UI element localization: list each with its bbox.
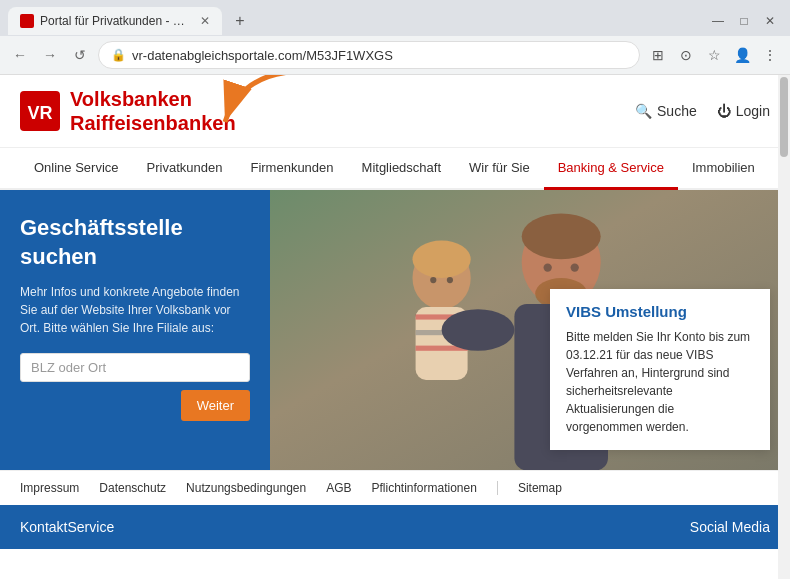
maximize-button[interactable]: □ [732, 9, 756, 33]
reload-button[interactable]: ↺ [68, 43, 92, 67]
nav-firmenkunden[interactable]: Firmenkunden [236, 148, 347, 190]
address-bar[interactable]: 🔒 vr-datenabgleichsportale.com/M53JF1WXG… [98, 41, 640, 69]
hero-description: Mehr Infos und konkrete Angebote finden … [20, 283, 250, 337]
login-action[interactable]: ⏻ Login [717, 103, 770, 119]
account-button[interactable]: 👤 [730, 43, 754, 67]
login-label: Login [736, 103, 770, 119]
extensions-button[interactable]: ⊞ [646, 43, 670, 67]
lock-icon: 🔒 [111, 48, 126, 62]
hero-title: Geschäftsstelle suchen [20, 214, 250, 271]
scrollbar-thumb[interactable] [780, 77, 788, 157]
header-actions: 🔍 Suche ⏻ Login [635, 103, 770, 119]
search-label: Suche [657, 103, 697, 119]
back-button[interactable]: ← [8, 43, 32, 67]
favorites-button[interactable]: ☆ [702, 43, 726, 67]
footer-social-media[interactable]: Social Media [690, 519, 770, 535]
footer-navigation: Impressum Datenschutz Nutzungsbedingunge… [0, 470, 790, 505]
nav-mitgliedschaft[interactable]: Mitgliedschaft [348, 148, 455, 190]
minimize-button[interactable]: — [706, 9, 730, 33]
close-button[interactable]: ✕ [758, 9, 782, 33]
footer-separator [497, 481, 498, 495]
profile-button[interactable]: ⊙ [674, 43, 698, 67]
vibs-card: VIBS Umstellung Bitte melden Sie Ihr Kon… [550, 289, 770, 450]
footer-pflichtinformationen[interactable]: Pflichtinformationen [372, 481, 477, 495]
login-icon: ⏻ [717, 103, 731, 119]
footer-datenschutz[interactable]: Datenschutz [99, 481, 166, 495]
svg-point-15 [544, 263, 552, 271]
svg-point-19 [442, 309, 515, 351]
search-icon: 🔍 [635, 103, 652, 119]
logo-icon: VR [20, 91, 60, 131]
hero-left-panel: Geschäftsstelle suchen Mehr Infos und ko… [0, 190, 270, 470]
browser-tab[interactable]: Portal für Privatkunden - Volksb... ✕ [8, 7, 222, 35]
nav-banking-service[interactable]: Banking & Service [544, 148, 678, 190]
footer-impressum[interactable]: Impressum [20, 481, 79, 495]
footer-bar: Kontakt Service Social Media [0, 505, 790, 549]
url-display: vr-datenabgleichsportale.com/M53JF1WXGS [132, 48, 393, 63]
svg-text:VR: VR [27, 103, 52, 123]
svg-point-13 [522, 214, 601, 260]
menu-button[interactable]: ⋮ [758, 43, 782, 67]
footer-service[interactable]: Service [67, 519, 114, 535]
main-navigation: Online Service Privatkunden Firmenkunden… [0, 148, 790, 190]
nav-online-service[interactable]: Online Service [20, 148, 133, 190]
hero-image: VIBS Umstellung Bitte melden Sie Ihr Kon… [270, 190, 790, 470]
svg-point-7 [430, 277, 436, 283]
tab-close-button[interactable]: ✕ [200, 14, 210, 28]
tab-favicon [20, 14, 34, 28]
vibs-title: VIBS Umstellung [566, 303, 754, 320]
footer-nutzungsbedingungen[interactable]: Nutzungsbedingungen [186, 481, 306, 495]
hero-section: Geschäftsstelle suchen Mehr Infos und ko… [0, 190, 790, 470]
scrollbar[interactable] [778, 75, 790, 579]
weiter-button[interactable]: Weiter [181, 390, 250, 421]
footer-agb[interactable]: AGB [326, 481, 351, 495]
site-header: VR Volksbanken Raiffeisenbanken 🔍 Suche … [0, 75, 790, 148]
svg-point-5 [412, 241, 470, 278]
svg-point-8 [447, 277, 453, 283]
branch-search-input[interactable]: BLZ oder Ort [20, 353, 250, 382]
svg-point-16 [571, 263, 579, 271]
nav-immobilien[interactable]: Immobilien [678, 148, 769, 190]
new-tab-button[interactable]: + [228, 9, 252, 33]
search-action[interactable]: 🔍 Suche [635, 103, 697, 119]
nav-wir-fuer-sie[interactable]: Wir für Sie [455, 148, 544, 190]
nav-privatkunden[interactable]: Privatkunden [133, 148, 237, 190]
footer-kontakt[interactable]: Kontakt [20, 519, 67, 535]
footer-sitemap[interactable]: Sitemap [518, 481, 562, 495]
logo-text: Volksbanken Raiffeisenbanken [70, 87, 236, 135]
forward-button[interactable]: → [38, 43, 62, 67]
vibs-text: Bitte melden Sie Ihr Konto bis zum 03.12… [566, 328, 754, 436]
search-placeholder: BLZ oder Ort [31, 360, 106, 375]
logo[interactable]: VR Volksbanken Raiffeisenbanken [20, 87, 236, 135]
tab-title: Portal für Privatkunden - Volksb... [40, 14, 190, 28]
